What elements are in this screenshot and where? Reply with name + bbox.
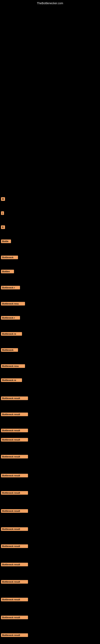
bottleneck-result-label: Bottle <box>1 240 11 243</box>
bottleneck-result-label: Bottleneck result <box>1 429 28 432</box>
bottleneck-result-label: Bottleneck resu <box>1 302 25 306</box>
bottleneck-result-label: Bottleneck r <box>1 316 20 320</box>
bottleneck-result-label: Bottleneck result <box>1 491 28 495</box>
bottleneck-result-label: Bottleneck result <box>1 438 28 442</box>
bottleneck-result-label: Bottleneck re <box>1 378 22 382</box>
bottleneck-result-label: Bottleneck result <box>1 580 28 584</box>
bottleneck-result-label: Bottleneck resu <box>1 364 25 368</box>
bottleneck-result-label: | <box>1 211 4 215</box>
bottleneck-result-label: Bottleneck result <box>1 509 28 513</box>
bottleneck-result-label: Bottlen <box>1 270 14 273</box>
bottleneck-result-label: Bottleneck result <box>1 455 28 458</box>
bottleneck-result-label: E <box>1 226 5 229</box>
bottleneck-result-label: Bottleneck <box>1 256 18 259</box>
bottleneck-result-label: Bottleneck result <box>1 527 28 531</box>
bottleneck-result-label: Bottleneck result <box>1 544 28 548</box>
bottleneck-result-label: Bottleneck result <box>1 598 28 601</box>
bottleneck-result-label: Bottleneck result <box>1 412 28 416</box>
bottleneck-result-label: Bottleneck result <box>1 633 28 637</box>
bottleneck-result-label: Bottleneck result <box>1 563 28 566</box>
bottleneck-result-label: Bottleneck <box>1 348 18 352</box>
bottleneck-result-label: Bottleneck r <box>1 286 20 290</box>
bottleneck-result-label: Bottleneck result <box>1 396 28 400</box>
bottleneck-result-label: Bottleneck re <box>1 332 22 336</box>
site-title: TheBottlenecker.com <box>37 2 63 5</box>
bottleneck-result-label: Bottleneck result <box>1 616 28 619</box>
bottleneck-result-label: B <box>1 197 5 201</box>
bottleneck-result-label: Bottleneck result <box>1 474 28 477</box>
